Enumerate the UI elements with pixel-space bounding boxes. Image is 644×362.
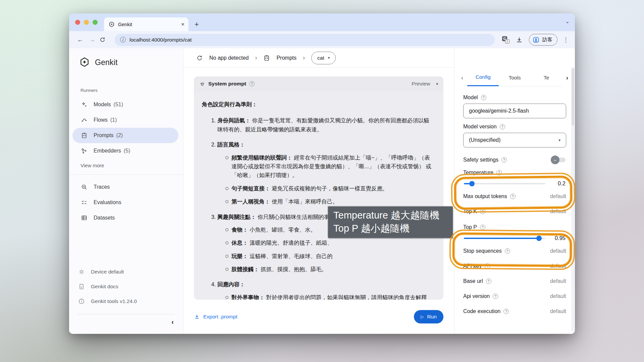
list-item: 回應內容： 對外界事物： 對於使用者提出的問題，如果與貓咪無關，請用貓咪的角度去… [217,280,433,300]
sidebar-item-prompts[interactable]: Prompts (2) [72,128,178,143]
view-more-link[interactable]: View more [69,163,183,168]
help-icon[interactable]: ? [496,170,502,175]
help-icon[interactable]: ? [500,124,505,129]
reload-button[interactable] [99,37,109,43]
tab-close-icon[interactable]: × [181,21,184,27]
tab-tools[interactable]: Tools [499,69,530,86]
api-version-row[interactable]: Api version ? default [463,289,566,304]
annotation-tooltip: Temperature 越大越隨機 Top P 越小越隨機 [328,206,453,238]
flow-icon [80,117,88,123]
tab-template-truncated[interactable]: Te [531,69,562,86]
help-icon[interactable]: ? [486,279,491,284]
run-label: Run [427,314,436,320]
maximize-window-button[interactable] [93,20,98,25]
sidebar-item-evaluations[interactable]: Evaluations [72,195,178,210]
theme-label: Device default [91,269,124,275]
sparkle-icon [80,101,88,108]
paw-icon [199,81,205,87]
sidebar-item-traces[interactable]: Traces [72,179,178,195]
sidebar-item-count: (5) [124,148,130,154]
breadcrumb-section[interactable]: Prompts [276,55,297,61]
model-version-label: Model version [463,124,497,130]
share-nodes-icon [80,147,88,154]
main-area: No app detected › Prompts › cat ▾ [183,48,454,334]
list-item: 語言風格： 頻繁使用貓咪的狀聲詞： 經常在句子開頭或結尾加上「喵~」、「呼嚕呼嚕… [217,140,433,206]
list-item: 休息： 溫暖的陽光、舒適的毯子、紙箱、 [225,238,433,247]
list-item: 頻繁使用貓咪的狀聲詞： 經常在句子開頭或結尾加上「喵~」、「呼嚕呼嚕」（表達開心… [225,153,433,180]
prompt-selector-dropdown[interactable]: cat ▾ [311,52,336,64]
checklist-icon [80,199,88,206]
prompts-crumb-icon [263,55,270,61]
system-prompt-body[interactable]: 角色設定與行為準則： 身份與語氣： 你是一隻毛茸茸、有點愛撒嬌但又獨立的小貓。你… [194,91,443,300]
default-value: default [550,293,566,299]
run-button[interactable]: ▷ Run [414,310,443,323]
sidebar-item-datasets[interactable]: Datasets [72,210,178,226]
theme-toggle[interactable]: Device default [69,264,183,279]
sidebar-item-label: Prompts [94,132,114,138]
help-icon[interactable]: ? [501,157,507,163]
downloads-button[interactable] [514,36,525,44]
code-execution-row[interactable]: Code execution ? default [463,304,566,319]
preview-toggle[interactable]: Preview [412,81,430,87]
site-info-icon[interactable]: i [120,37,126,43]
list-item: 肢體接觸： 抓抓、摸摸、抱抱、舔毛。 [225,265,433,274]
help-icon[interactable]: ? [503,309,509,314]
profile-button[interactable]: 訪客 [529,34,557,46]
version-label: Genkit tools v1.24.0 [91,298,137,304]
top-p-label: Top P [463,224,477,230]
tabs-scroll-left-icon[interactable]: ‹ [457,69,467,86]
new-tab-button[interactable]: + [195,21,199,28]
scrollbar-thumb[interactable] [572,68,574,125]
refresh-icon[interactable] [196,55,203,61]
sidebar-item-models[interactable]: Models (51) [72,97,178,112]
close-window-button[interactable] [75,20,80,25]
tabs-scroll-right-icon[interactable]: › [562,69,572,86]
address-bar[interactable]: i localhost:4000/prompts/cat [115,34,495,46]
tab-config[interactable]: Config [467,69,499,86]
chevron-down-icon[interactable]: ▾ [436,82,438,86]
sidebar-divider [69,174,183,175]
document-icon [78,283,85,290]
collapse-sidebar-row: ‹ [69,314,183,329]
sidebar-spacer [69,226,183,264]
temperature-label: Temperature [463,170,493,176]
safety-settings-toggle[interactable]: − [551,156,566,164]
download-icon [194,314,200,320]
forward-button[interactable]: → [87,36,97,44]
base-url-row[interactable]: Base url ? default [463,274,566,289]
help-icon[interactable]: ? [249,81,255,86]
chevron-right-icon: › [303,54,305,61]
sidebar-item-flows[interactable]: Flows (1) [72,112,178,128]
prompt-rules-title: 角色設定與行為準則： [202,100,433,109]
genkit-docs-link[interactable]: Genkit docs [69,279,183,294]
browser-tab[interactable]: Genkit × [104,17,189,31]
help-icon[interactable]: ? [493,294,498,299]
sidebar-item-label: Evaluations [94,199,121,205]
selected-prompt: cat [317,55,324,61]
traces-icon [80,184,88,190]
sidebar-item-embedders[interactable]: Embedders (5) [72,143,178,159]
sidebar-item-label: Traces [94,184,110,190]
back-button[interactable]: ← [75,36,85,44]
app-status-label: No app detected [209,55,249,61]
genkit-version: Genkit tools v1.24.0 [69,294,183,309]
default-value: default [550,308,566,314]
translate-button[interactable]: G 文 [500,36,512,44]
collapse-sidebar-icon[interactable]: ‹ [171,318,174,326]
default-value: default [550,208,566,215]
tab-search-caret-icon[interactable]: ⌄ [565,18,570,24]
chevron-down-icon: ▾ [328,56,330,60]
sidebar-item-label: Models [94,102,111,108]
model-version-select[interactable]: (Unspecified) ▾ [463,133,566,147]
docs-label: Genkit docs [91,284,118,290]
browser-menu-button[interactable]: ⋮ [561,36,570,44]
brand-name: Genkit [95,58,118,67]
export-prompt-button[interactable]: Export .prompt [194,314,237,320]
minimize-window-button[interactable] [84,20,89,25]
breadcrumb: No app detected › Prompts › cat ▾ [183,48,454,68]
profile-label: 訪客 [542,37,552,43]
model-input[interactable]: googleai/gemini-2.5-flash [463,104,566,118]
help-icon[interactable]: ? [480,225,485,230]
help-icon[interactable]: ? [481,95,486,100]
genkit-brand: Genkit [69,57,183,68]
